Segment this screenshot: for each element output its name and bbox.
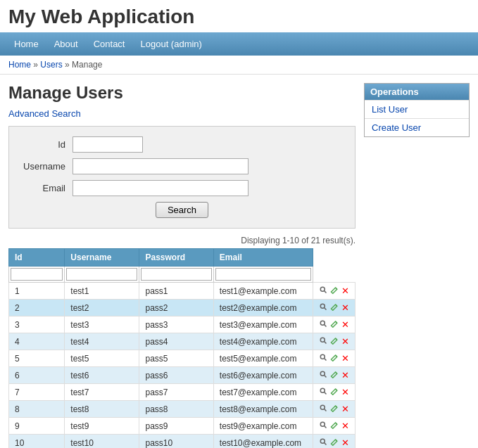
edit-icon[interactable] bbox=[330, 286, 339, 296]
cell-id: 9 bbox=[9, 418, 65, 435]
email-label: Email bbox=[23, 183, 73, 193]
cell-username: test1 bbox=[65, 283, 139, 300]
svg-line-4 bbox=[325, 308, 327, 310]
table-row: 10test10pass10test10@example.com ✕ bbox=[9, 435, 356, 449]
advanced-search-link[interactable]: Advanced Search bbox=[8, 108, 81, 119]
results-info: Displaying 1-10 of 21 result(s). bbox=[8, 236, 356, 245]
nav-contact[interactable]: Contact bbox=[87, 36, 132, 52]
cell-password: pass3 bbox=[139, 316, 213, 333]
table-row: 1test1pass1test1@example.com ✕ bbox=[9, 283, 356, 300]
email-input[interactable] bbox=[73, 180, 249, 196]
sidebar: Operations List User Create User bbox=[364, 83, 470, 448]
username-input[interactable] bbox=[73, 158, 249, 174]
svg-line-19 bbox=[325, 392, 327, 395]
operations-title: Operations bbox=[365, 84, 469, 100]
svg-point-6 bbox=[320, 321, 325, 325]
col-id[interactable]: Id bbox=[9, 249, 65, 267]
nav-home[interactable]: Home bbox=[7, 36, 46, 52]
action-cell: ✕ bbox=[313, 367, 355, 384]
nav-logout[interactable]: Logout (admin) bbox=[133, 36, 208, 52]
users-table: Id Username Password Email 1test1pass1te… bbox=[8, 248, 356, 448]
table-row: 3test3pass3test3@example.com ✕ bbox=[9, 316, 356, 333]
svg-line-11 bbox=[335, 338, 337, 340]
edit-icon[interactable] bbox=[330, 387, 339, 397]
view-icon[interactable] bbox=[319, 319, 327, 330]
view-icon[interactable] bbox=[319, 387, 327, 397]
id-label: Id bbox=[23, 139, 73, 150]
view-icon[interactable] bbox=[319, 353, 327, 364]
cell-email: test5@example.com bbox=[213, 350, 313, 367]
create-user-link[interactable]: Create User bbox=[372, 122, 421, 133]
edit-icon[interactable] bbox=[330, 353, 339, 364]
delete-icon[interactable]: ✕ bbox=[341, 286, 349, 295]
edit-icon[interactable] bbox=[330, 370, 339, 380]
app-title: My Web Application bbox=[0, 0, 478, 32]
delete-icon[interactable]: ✕ bbox=[341, 320, 349, 329]
delete-icon[interactable]: ✕ bbox=[341, 371, 349, 380]
svg-line-26 bbox=[335, 423, 337, 424]
delete-icon[interactable]: ✕ bbox=[341, 337, 349, 346]
breadcrumb: Home » Users » Manage bbox=[0, 56, 478, 75]
view-icon[interactable] bbox=[319, 404, 327, 414]
cell-id: 2 bbox=[9, 300, 65, 316]
nav-about[interactable]: About bbox=[47, 36, 85, 52]
edit-icon[interactable] bbox=[330, 421, 339, 431]
table-row: 8test8pass8test8@example.com ✕ bbox=[9, 401, 356, 418]
delete-icon[interactable]: ✕ bbox=[341, 388, 349, 397]
col-email[interactable]: Email bbox=[213, 249, 313, 267]
delete-icon[interactable]: ✕ bbox=[341, 303, 349, 312]
delete-icon[interactable]: ✕ bbox=[341, 421, 349, 430]
edit-icon[interactable] bbox=[330, 319, 339, 330]
table-row: 2test2pass2test2@example.com ✕ bbox=[9, 300, 356, 316]
delete-icon[interactable]: ✕ bbox=[341, 438, 349, 447]
cell-id: 5 bbox=[9, 350, 65, 367]
action-cell: ✕ bbox=[313, 384, 355, 401]
filter-id[interactable] bbox=[11, 268, 63, 281]
svg-line-28 bbox=[325, 443, 327, 445]
cell-email: test3@example.com bbox=[213, 316, 313, 333]
cell-username: test2 bbox=[65, 300, 139, 316]
svg-point-15 bbox=[320, 371, 325, 376]
filter-email[interactable] bbox=[215, 268, 311, 281]
cell-email: test1@example.com bbox=[213, 283, 313, 300]
email-row: Email bbox=[23, 180, 341, 196]
list-user-item: List User bbox=[365, 100, 469, 118]
svg-line-29 bbox=[335, 440, 337, 441]
table-body: 1test1pass1test1@example.com ✕ 2test2pas… bbox=[9, 283, 356, 449]
svg-line-17 bbox=[335, 372, 337, 373]
cell-username: test9 bbox=[65, 418, 139, 435]
view-icon[interactable] bbox=[319, 286, 327, 296]
filter-row bbox=[9, 267, 356, 283]
search-button[interactable]: Search bbox=[156, 202, 208, 218]
create-user-item: Create User bbox=[365, 118, 469, 136]
cell-email: test9@example.com bbox=[213, 418, 313, 435]
action-cell: ✕ bbox=[313, 401, 355, 418]
view-icon[interactable] bbox=[319, 336, 327, 347]
list-user-link[interactable]: List User bbox=[372, 104, 408, 115]
filter-username[interactable] bbox=[66, 268, 137, 281]
edit-icon[interactable] bbox=[330, 437, 339, 448]
svg-line-22 bbox=[325, 409, 327, 411]
cell-username: test10 bbox=[65, 435, 139, 449]
filter-password[interactable] bbox=[141, 268, 211, 281]
breadcrumb-home[interactable]: Home bbox=[8, 60, 31, 70]
id-input[interactable] bbox=[73, 136, 143, 153]
action-cell: ✕ bbox=[313, 300, 355, 316]
col-password[interactable]: Password bbox=[139, 249, 213, 267]
svg-point-3 bbox=[320, 304, 325, 308]
cell-password: pass10 bbox=[139, 435, 213, 449]
col-username[interactable]: Username bbox=[65, 249, 139, 267]
cell-email: test10@example.com bbox=[213, 435, 313, 449]
delete-icon[interactable]: ✕ bbox=[341, 354, 349, 363]
view-icon[interactable] bbox=[319, 302, 327, 313]
edit-icon[interactable] bbox=[330, 404, 339, 414]
edit-icon[interactable] bbox=[330, 302, 339, 313]
view-icon[interactable] bbox=[319, 421, 327, 431]
id-row: Id bbox=[23, 136, 341, 153]
view-icon[interactable] bbox=[319, 437, 327, 448]
edit-icon[interactable] bbox=[330, 336, 339, 347]
svg-point-21 bbox=[320, 405, 325, 409]
breadcrumb-users[interactable]: Users bbox=[40, 60, 62, 70]
view-icon[interactable] bbox=[319, 370, 327, 380]
delete-icon[interactable]: ✕ bbox=[341, 404, 349, 414]
